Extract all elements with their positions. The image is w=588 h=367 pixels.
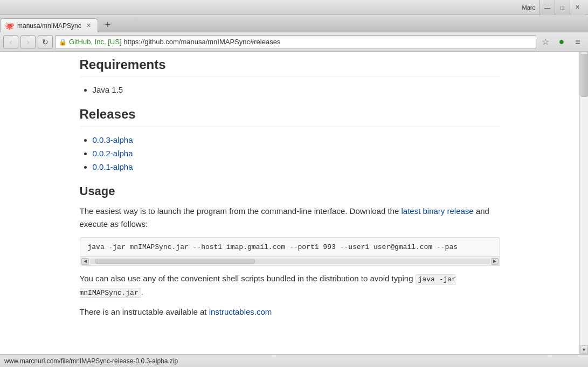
nav-bar: ‹ › ↻ 🔒 GitHub, Inc. [US] https://github… <box>0 32 588 52</box>
usage-text-before: The easiest way is to launch the program… <box>80 206 402 216</box>
release-link-1[interactable]: 0.0.3-alpha <box>93 135 133 144</box>
close-button[interactable]: ✕ <box>570 0 585 15</box>
tab-bar: 🐙 manusa/mnIMAPSync ✕ + <box>0 15 588 32</box>
status-text: www.marcnuri.com/file/mnIMAPSync-release… <box>4 357 178 365</box>
extension-button[interactable]: ● <box>555 35 569 49</box>
requirement-item-text: Java 1.5 <box>93 85 123 94</box>
scroll-down-arrow[interactable]: ▼ <box>580 345 588 354</box>
address-url: https://github.com/manusa/mnIMAPSync#rel… <box>123 38 280 46</box>
address-bar[interactable]: 🔒 GitHub, Inc. [US] https://github.com/m… <box>55 35 536 49</box>
releases-section: Releases 0.0.3-alpha 0.0.2-alpha 0.0.1-a… <box>80 107 500 174</box>
latest-binary-link[interactable]: latest binary release <box>401 206 473 216</box>
back-button[interactable]: ‹ <box>3 35 18 49</box>
browser-tab[interactable]: 🐙 manusa/mnIMAPSync ✕ <box>0 18 98 32</box>
tab-title: manusa/mnIMAPSync <box>17 22 81 30</box>
status-bar: www.marcnuri.com/file/mnIMAPSync-release… <box>0 354 588 367</box>
usage-paragraph-1: The easiest way is to launch the program… <box>80 205 500 231</box>
menu-button[interactable]: ≡ <box>571 35 585 49</box>
reload-button[interactable]: ↻ <box>38 35 53 49</box>
page-content: Requirements Java 1.5 Releases 0.0.3-alp… <box>0 52 579 354</box>
tab-favicon: 🐙 <box>5 22 14 30</box>
requirements-heading: Requirements <box>80 57 500 77</box>
release-link-3[interactable]: 0.0.1-alpha <box>93 162 133 171</box>
bookmark-button[interactable]: ☆ <box>538 35 552 49</box>
address-text: GitHub, Inc. [US] https://github.com/man… <box>69 38 532 46</box>
usage-text2-before: You can also use any of the convenient s… <box>80 274 416 283</box>
list-item: 0.0.3-alpha <box>93 133 500 147</box>
address-secure-label: GitHub, Inc. [US] <box>69 38 122 46</box>
horizontal-scrollbar[interactable]: ◀ ▶ <box>80 257 500 265</box>
new-tab-button[interactable]: + <box>100 18 115 32</box>
usage-section: Usage The easiest way is to launch the p… <box>80 184 500 318</box>
instructables-link[interactable]: instructables.com <box>209 307 272 316</box>
forward-button[interactable]: › <box>20 35 36 49</box>
requirements-list: Java 1.5 <box>93 84 500 96</box>
usage-paragraph-2: You can also use any of the convenient s… <box>80 272 500 299</box>
scroll-thumb-v[interactable] <box>580 54 588 97</box>
releases-list: 0.0.3-alpha 0.0.2-alpha 0.0.1-alpha <box>93 133 500 174</box>
window-controls: — □ ✕ <box>539 0 585 15</box>
code-block: java -jar mnIMAPSync.jar --host1 imap.gm… <box>80 238 500 257</box>
scroll-right-arrow[interactable]: ▶ <box>491 258 499 265</box>
release-link-2[interactable]: 0.0.2-alpha <box>93 149 133 158</box>
browser-content: Requirements Java 1.5 Releases 0.0.3-alp… <box>0 52 588 354</box>
title-bar: Marc — □ ✕ <box>0 0 588 15</box>
scroll-track[interactable] <box>90 259 490 264</box>
usage-paragraph-3: There is an instructable available at in… <box>80 306 500 318</box>
scroll-left-arrow[interactable]: ◀ <box>81 258 89 265</box>
code-block-container: java -jar mnIMAPSync.jar --host1 imap.gm… <box>80 237 500 266</box>
usage-text2-after: . <box>141 287 143 296</box>
list-item: 0.0.2-alpha <box>93 147 500 160</box>
list-item: 0.0.1-alpha <box>93 160 500 174</box>
scroll-thumb[interactable] <box>95 259 255 264</box>
tab-close-button[interactable]: ✕ <box>85 22 93 30</box>
usage-text3-before: There is an instructable available at <box>80 307 209 316</box>
vertical-scrollbar[interactable]: ▲ ▼ <box>579 52 588 354</box>
maximize-button[interactable]: □ <box>555 0 570 15</box>
minimize-button[interactable]: — <box>539 0 555 15</box>
usage-heading: Usage <box>80 184 500 198</box>
releases-heading: Releases <box>80 107 500 127</box>
list-item: Java 1.5 <box>93 84 500 96</box>
secure-icon: 🔒 <box>59 38 67 46</box>
content-inner: Requirements Java 1.5 Releases 0.0.3-alp… <box>80 52 500 318</box>
user-label: Marc <box>522 4 535 11</box>
